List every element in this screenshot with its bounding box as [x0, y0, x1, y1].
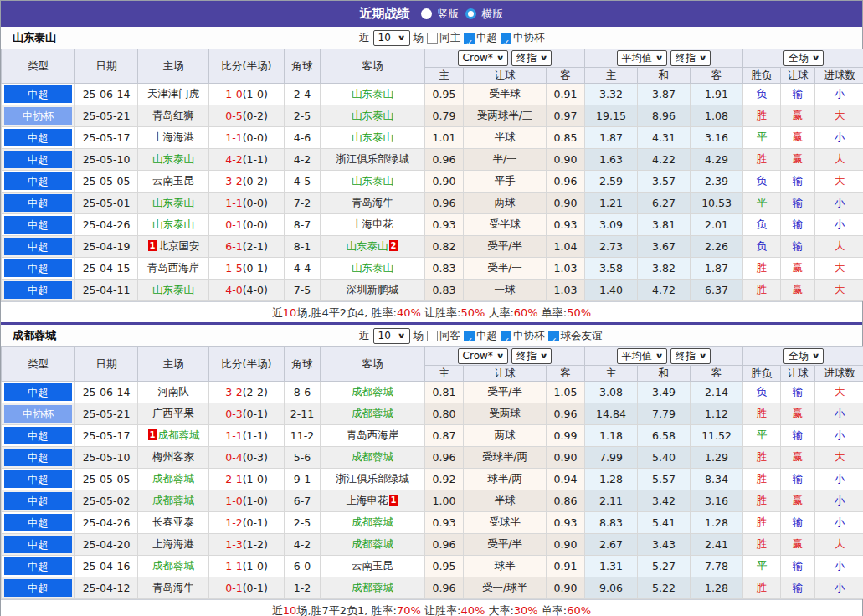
record-summary: 近10场,胜4平2负4, 胜率:40% 让胜率:50% 大率:60% 单率:50… — [1, 301, 862, 322]
team-label: 上海海港 — [152, 537, 194, 550]
near-label: 近 — [359, 27, 370, 49]
result-cell: 胜 — [743, 512, 781, 534]
corner-cell: 6-7 — [285, 490, 321, 512]
result-cell: 平 — [743, 425, 781, 447]
handicap-result-cell: 赢 — [781, 105, 815, 127]
final-index-select-2[interactable]: 终指∨ — [670, 50, 711, 66]
home-team-cell: 广西平果 — [138, 403, 209, 425]
score-cell: 1-0(1-0) — [209, 84, 285, 105]
handicap-cell: 受半球 — [464, 214, 547, 236]
result-cell: 胜 — [743, 534, 781, 556]
final-index-select[interactable]: 终指∨ — [511, 50, 552, 66]
fulltime-select-value: 全场 — [789, 350, 809, 362]
corner-cell: 4-4 — [285, 258, 321, 280]
away-odds-cell: 0.96 — [547, 171, 585, 192]
competition-badge: 中超 — [4, 427, 72, 444]
avg-home-cell: 3.58 — [585, 258, 638, 280]
result-cell: 负 — [743, 382, 781, 403]
horizontal-radio[interactable] — [465, 8, 476, 19]
team-section: 山东泰山 近 10∨ 场 同主 中超中协杯 类型 日期 主场 — [1, 27, 862, 322]
avg-home-cell: 3.09 — [585, 214, 638, 236]
home-team-cell: 山东泰山 — [138, 280, 209, 301]
team-label: 广西平果 — [152, 407, 194, 419]
corner-cell: 2-5 — [285, 512, 321, 534]
home-odds-cell: 0.90 — [425, 171, 464, 192]
score-cell: 0-4(0-3) — [209, 447, 285, 469]
away-team-cell: 青岛西海岸 — [321, 425, 425, 447]
match-row: 中超25-06-14河南队3-2(2-2)8-6成都蓉城0.81受平/半1.05… — [2, 382, 863, 403]
average-select[interactable]: 平均值∨ — [617, 348, 667, 364]
chevron-down-icon: ∨ — [540, 52, 548, 64]
away-odds-cell: 0.91 — [547, 556, 585, 578]
checkbox-icon — [501, 33, 511, 44]
score-cell: 3-2(2-2) — [209, 382, 285, 403]
away-team-cell: 山东泰山 — [321, 84, 425, 105]
team-label: 山东泰山 — [352, 261, 393, 274]
rank-badge: 1 — [389, 495, 398, 506]
col-type: 类型 — [2, 347, 75, 382]
handicap-cell: 受平/半 — [464, 534, 547, 556]
date-cell: 25-04-11 — [75, 280, 138, 301]
home-odds-cell: 0.93 — [425, 214, 464, 236]
home-team-cell: 成都蓉城 — [138, 469, 209, 490]
type-cell: 中超 — [2, 258, 75, 280]
fulltime-select[interactable]: 全场∨ — [783, 348, 824, 364]
same-venue-checkbox[interactable]: 同客 — [427, 325, 460, 346]
fulltime-score: 0-3 — [225, 408, 242, 420]
summary-segment: 近 — [272, 306, 283, 319]
away-team-cell: 深圳新鹏城 — [321, 280, 425, 301]
avg-draw-cell: 3.87 — [638, 84, 691, 105]
score-cell: 0-3(0-1) — [209, 403, 285, 425]
halftime-score: (1-0) — [243, 495, 268, 507]
fulltime-group-header: 全场∨ — [743, 49, 863, 68]
away-odds-cell: 0.90 — [547, 149, 585, 171]
corner-cell: 8-6 — [285, 382, 321, 403]
vertical-radio[interactable] — [421, 8, 432, 19]
handicap-cell: 平手 — [464, 171, 547, 192]
final-index-select-2[interactable]: 终指∨ — [670, 348, 711, 364]
home-odds-cell: 0.82 — [425, 236, 464, 258]
handicap-result-cell: 输 — [781, 214, 815, 236]
avg-away-cell: 3.16 — [691, 490, 743, 512]
handicap-cell: 一球 — [464, 280, 547, 301]
corner-cell: 2-4 — [285, 84, 321, 105]
league-checkbox[interactable]: 中超 — [464, 325, 497, 346]
handicap-cell: 半球 — [464, 127, 547, 149]
handicap-cell: 受半球 — [464, 84, 547, 105]
handicap-result-cell: 赢 — [781, 149, 815, 171]
section-header-bar: 成都蓉城 近 10∨ 场 同客 中超中协杯球会友谊 — [1, 325, 862, 346]
fulltime-score: 3-2 — [225, 175, 242, 187]
corner-cell: 4-5 — [285, 171, 321, 192]
same-venue-checkbox[interactable]: 同主 — [427, 27, 460, 49]
league-checkbox[interactable]: 中协杯 — [501, 325, 545, 346]
avg-home-cell: 2.11 — [585, 490, 638, 512]
handicap-result-cell: 赢 — [781, 127, 815, 149]
date-cell: 25-05-05 — [75, 171, 138, 192]
team-label: 山东泰山 — [352, 109, 393, 121]
result-cell: 负 — [743, 214, 781, 236]
home-odds-cell: 1.01 — [425, 127, 464, 149]
fulltime-score: 1-2 — [225, 516, 242, 529]
chevron-down-icon: ∨ — [655, 52, 663, 64]
summary-segment: 大率: — [485, 604, 514, 616]
away-team-cell: 山东泰山 — [321, 258, 425, 280]
league-checkbox[interactable]: 中协杯 — [501, 27, 545, 49]
match-count-select[interactable]: 10∨ — [373, 30, 410, 46]
league-checkbox[interactable]: 中超 — [464, 27, 497, 49]
match-row: 中超25-05-02成都蓉城1-0(1-0)6-7上海申花11.00半球0.86… — [2, 490, 863, 512]
chevron-down-icon: ∨ — [398, 330, 406, 342]
type-cell: 中超 — [2, 214, 75, 236]
home-odds-cell: 0.87 — [425, 425, 464, 447]
fulltime-select[interactable]: 全场∨ — [783, 50, 824, 66]
home-team-cell: 山东泰山 — [138, 149, 209, 171]
col-crow-home: 主 — [425, 68, 464, 84]
final-index-select[interactable]: 终指∨ — [511, 348, 552, 364]
home-odds-cell: 0.95 — [425, 84, 464, 105]
handicap-result-cell: 赢 — [781, 490, 815, 512]
away-team-cell: 成都蓉城 — [321, 447, 425, 469]
average-select[interactable]: 平均值∨ — [617, 50, 667, 66]
match-count-select[interactable]: 10∨ — [373, 328, 410, 344]
league-checkbox[interactable]: 球会友谊 — [548, 325, 603, 346]
home-odds-cell: 0.96 — [425, 149, 464, 171]
halftime-score: (1-0) — [243, 473, 268, 485]
